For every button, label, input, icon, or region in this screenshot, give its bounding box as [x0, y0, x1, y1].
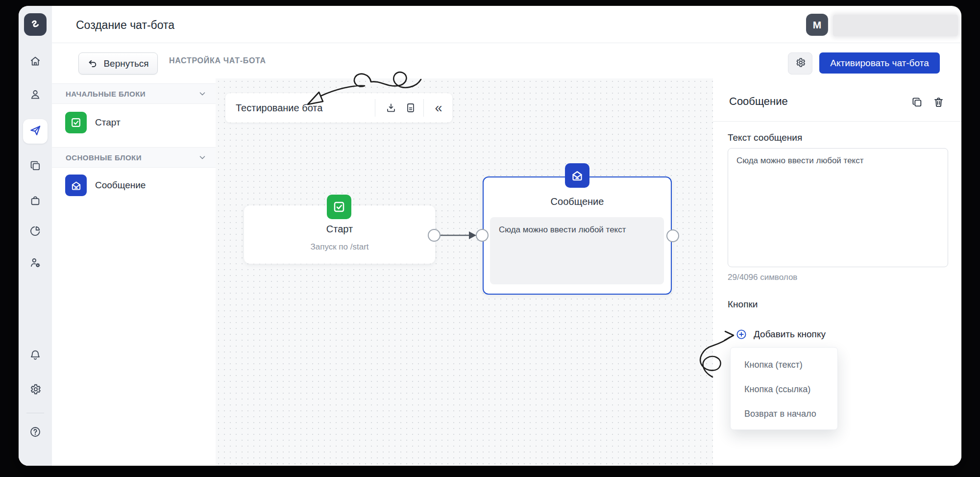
menu-item-back-to-start[interactable]: Возврат в начало	[731, 402, 837, 426]
user-gear-icon	[29, 256, 42, 271]
section-start-blocks[interactable]: НАЧАЛЬНЫЕ БЛОКИ	[52, 83, 216, 104]
blocks-panel: НАЧАЛЬНЫЕ БЛОКИ Старт ОСНОВНЫЕ БЛОКИ Соо…	[52, 78, 216, 466]
section-start-blocks-label: НАЧАЛЬНЫЕ БЛОКИ	[66, 90, 146, 98]
char-counter: 29/4096 символов	[728, 273, 797, 282]
add-button-row[interactable]: Добавить кнопку	[735, 328, 826, 340]
node-message-body: Сюда можно ввести любой текст	[490, 217, 664, 284]
port-start-out[interactable]	[428, 229, 441, 242]
block-start-item[interactable]: Старт	[52, 108, 216, 137]
buttons-label: Кнопки	[728, 299, 758, 310]
node-start-subtitle: Запуск по /start	[244, 242, 435, 252]
section-main-blocks-label: ОСНОВНЫЕ БЛОКИ	[66, 153, 142, 162]
menu-item-button-link[interactable]: Кнопка (ссылка)	[731, 377, 837, 402]
port-message-out[interactable]	[666, 229, 679, 242]
nav-user-settings[interactable]	[25, 254, 45, 274]
envelope-open-icon	[65, 175, 87, 196]
account-name-redacted	[833, 15, 958, 36]
message-text-input[interactable]: Сюда можно ввести любой текст	[728, 148, 948, 267]
inspector-title: Сообщение	[729, 95, 788, 108]
message-text-label: Текст сообщения	[728, 132, 802, 143]
block-message-item[interactable]: Сообщение	[52, 171, 216, 200]
port-message-in[interactable]	[476, 229, 489, 242]
bot-name[interactable]: Тестирование бота	[236, 93, 322, 123]
menu-item-button-text[interactable]: Кнопка (текст)	[731, 352, 837, 377]
paper-plane-icon	[28, 124, 42, 139]
bot-name-card: Тестирование бота «	[225, 93, 452, 123]
gear-icon	[29, 383, 42, 398]
nav-broadcasts-active[interactable]	[23, 119, 48, 144]
card-divider	[375, 99, 375, 117]
add-button-label: Добавить кнопку	[754, 329, 826, 340]
add-button-menu: Кнопка (текст) Кнопка (ссылка) Возврат в…	[730, 347, 838, 430]
gear-icon	[795, 57, 806, 70]
rail-divider	[26, 413, 44, 413]
back-button-label: Вернуться	[103, 58, 148, 69]
section-main-blocks[interactable]: ОСНОВНЫЕ БЛОКИ	[52, 147, 216, 168]
bot-settings-button[interactable]	[788, 52, 812, 75]
nav-users[interactable]	[25, 86, 45, 105]
collapse-icon[interactable]: «	[431, 100, 446, 116]
breadcrumb: НАСТРОЙКА ЧАТ-БОТА	[169, 43, 266, 78]
user-icon	[29, 88, 42, 103]
logo-squiggle-icon	[28, 17, 42, 32]
app-window: Создание чат-бота M Вернуться НАСТРОЙКА …	[19, 6, 961, 466]
inspector-divider	[713, 121, 961, 122]
pages-icon	[29, 159, 42, 174]
app-logo[interactable]	[24, 13, 47, 36]
nav-shop[interactable]	[25, 192, 45, 211]
activate-bot-button[interactable]: Активировать чат-бота	[819, 52, 940, 74]
toolbar: Вернуться НАСТРОЙКА ЧАТ-БОТА Активироват…	[52, 43, 961, 79]
nav-home[interactable]	[25, 52, 45, 72]
download-icon[interactable]	[383, 100, 399, 116]
chevron-down-icon	[198, 153, 207, 162]
check-square-icon	[327, 195, 351, 219]
card-divider	[423, 99, 424, 117]
page-title: Создание чат-бота	[76, 19, 174, 32]
flow-canvas[interactable]: Тестирование бота « Старт Запуск по /sta…	[216, 78, 713, 466]
block-start-label: Старт	[95, 117, 121, 128]
document-icon[interactable]	[403, 100, 418, 116]
inspector-panel: Сообщение Текст сообщения Сюда можно вве…	[713, 78, 961, 466]
back-button[interactable]: Вернуться	[78, 52, 158, 75]
envelope-open-icon	[565, 163, 589, 188]
plus-circle-icon	[735, 328, 747, 340]
shop-bag-icon	[29, 194, 42, 209]
nav-help[interactable]	[25, 423, 45, 443]
chevron-down-icon	[198, 89, 207, 98]
nav-settings[interactable]	[25, 380, 45, 400]
nav-notifications[interactable]	[25, 346, 45, 366]
nav-rail	[19, 6, 52, 466]
node-message-title: Сообщение	[483, 196, 672, 207]
trash-icon[interactable]	[931, 95, 945, 109]
duplicate-icon[interactable]	[910, 95, 924, 109]
pie-chart-icon	[29, 225, 42, 239]
node-start-title: Старт	[244, 224, 435, 235]
check-square-icon	[65, 112, 87, 133]
undo-arrow-icon	[87, 58, 98, 69]
nav-pages[interactable]	[25, 157, 45, 176]
help-icon	[29, 426, 42, 440]
home-icon	[29, 55, 42, 70]
block-message-label: Сообщение	[95, 180, 146, 191]
screenshot-stage: Создание чат-бота M Вернуться НАСТРОЙКА …	[0, 0, 980, 477]
bell-icon	[29, 349, 42, 363]
avatar[interactable]: M	[806, 14, 828, 36]
nav-stats[interactable]	[25, 222, 45, 242]
